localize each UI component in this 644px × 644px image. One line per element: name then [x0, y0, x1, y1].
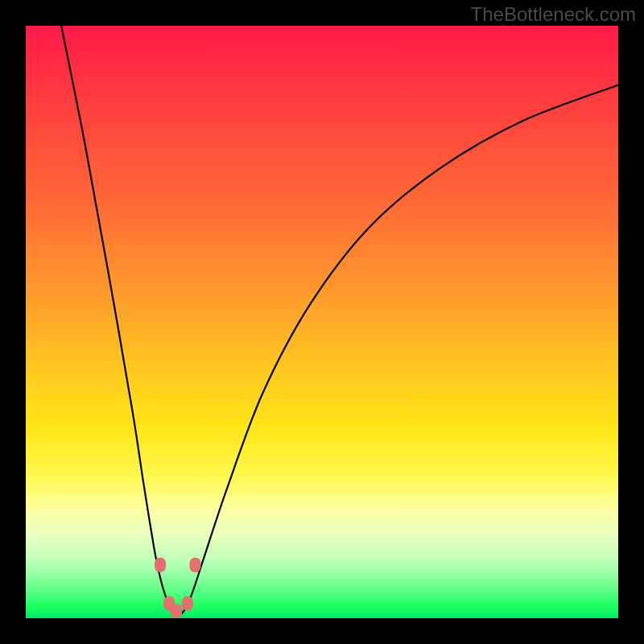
chart-frame: TheBottleneck.com [0, 0, 644, 644]
bottleneck-curve [61, 26, 618, 614]
curve-markers [155, 558, 200, 618]
plot-area [26, 26, 618, 618]
curve-marker [163, 597, 175, 611]
curve-path [61, 26, 618, 614]
curve-marker [155, 558, 166, 572]
curve-marker [182, 597, 193, 611]
watermark-text: TheBottleneck.com [471, 3, 636, 26]
curve-layer [26, 26, 618, 618]
curve-marker [190, 558, 201, 572]
curve-marker [171, 604, 182, 618]
